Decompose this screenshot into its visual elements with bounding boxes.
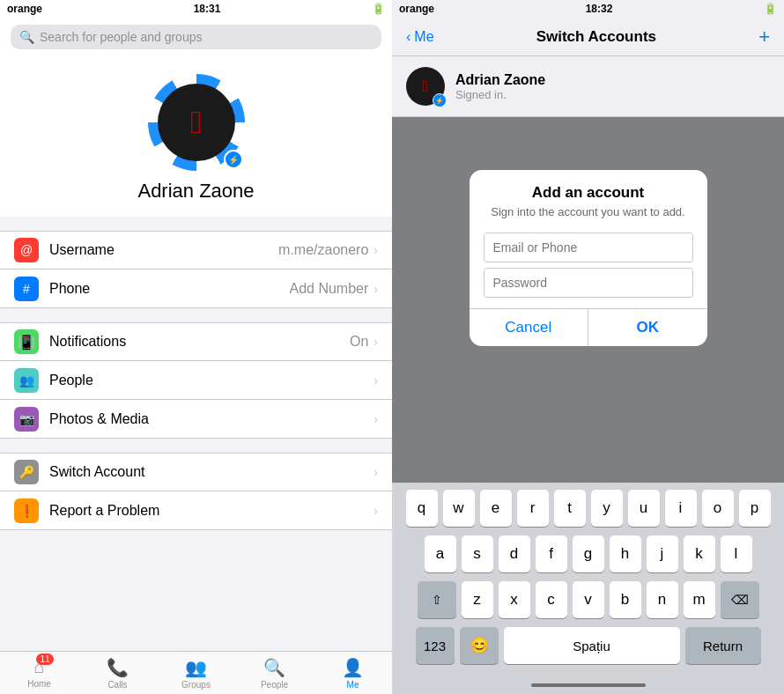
avatar-inner:  <box>158 84 235 161</box>
photos-icon: 📷 <box>14 407 39 432</box>
num-key[interactable]: 123 <box>416 627 455 664</box>
keyboard-row-2: a s d f g h j k l <box>396 535 780 572</box>
settings-row-switch-account[interactable]: 🔑 Switch Account › <box>0 453 392 491</box>
settings-row-notifications[interactable]: 📳 Notifications On › <box>0 322 392 361</box>
ok-button[interactable]: OK <box>588 309 707 346</box>
phone-chevron: › <box>374 282 378 296</box>
people-label: People <box>49 373 374 388</box>
settings-row-phone[interactable]: # Phone Add Number › <box>0 269 392 308</box>
home-tab-label: Home <box>27 679 51 689</box>
account-row[interactable]:  ⚡ Adrian Zaone Signed in. <box>392 56 784 117</box>
report-label: Report a Problem <box>49 503 374 519</box>
bottom-bar <box>392 676 784 694</box>
key-l[interactable]: l <box>721 535 752 572</box>
key-a[interactable]: a <box>425 535 456 572</box>
key-m[interactable]: m <box>684 581 715 618</box>
key-z[interactable]: z <box>462 581 493 618</box>
calls-tab-label: Calls <box>107 680 127 690</box>
settings-group-1: @ Username m.me/zaonero › # Phone Add Nu… <box>0 231 392 308</box>
key-q[interactable]: q <box>406 490 438 527</box>
key-y[interactable]: y <box>591 490 623 527</box>
keyboard: q w e r t y u i o p a s d f g h j k l ⇧ … <box>392 483 784 676</box>
people-icon: 👥 <box>14 368 39 393</box>
modal-title: Add an account <box>484 184 693 202</box>
key-v[interactable]: v <box>573 581 604 618</box>
add-account-modal: Add an account Sign into the account you… <box>470 170 707 346</box>
cancel-button[interactable]: Cancel <box>470 309 589 346</box>
key-r[interactable]: r <box>517 490 549 527</box>
calls-tab-icon: 📞 <box>107 657 129 678</box>
profile-name: Adrian Zaone <box>137 180 254 203</box>
delete-key[interactable]: ⌫ <box>721 581 759 618</box>
avatar-apple-logo:  <box>190 107 202 138</box>
email-field[interactable] <box>484 233 693 262</box>
key-e[interactable]: e <box>480 490 512 527</box>
nav-title: Switch Accounts <box>536 28 656 46</box>
report-icon: ❗ <box>14 498 39 523</box>
key-p[interactable]: p <box>739 490 771 527</box>
settings-group-2: 📳 Notifications On › 👥 People › 📷 Photos… <box>0 322 392 439</box>
settings-row-username[interactable]: @ Username m.me/zaonero › <box>0 231 392 269</box>
tab-groups[interactable]: 👥 Groups <box>157 652 235 694</box>
phone-value: Add Number <box>290 281 369 297</box>
add-account-button[interactable]: + <box>758 26 770 48</box>
key-n[interactable]: n <box>647 581 678 618</box>
key-x[interactable]: x <box>499 581 530 618</box>
battery-right: 🔋 <box>764 3 777 15</box>
settings-group-3: 🔑 Switch Account › ❗ Report a Problem › <box>0 453 392 530</box>
status-bar-right: orange 18:32 🔋 <box>392 0 784 18</box>
tab-me[interactable]: 👤 Me <box>314 652 392 694</box>
modal-actions: Cancel OK <box>470 308 707 346</box>
account-name: Adrian Zaone <box>455 72 545 88</box>
emoji-key[interactable]: 😊 <box>460 627 499 664</box>
key-h[interactable]: h <box>610 535 641 572</box>
notifications-value: On <box>350 334 368 350</box>
notifications-label: Notifications <box>49 334 350 350</box>
modal-overlay: Add an account Sign into the account you… <box>392 117 784 483</box>
settings-row-report[interactable]: ❗ Report a Problem › <box>0 491 392 530</box>
tab-calls[interactable]: 📞 Calls <box>78 652 157 694</box>
return-key[interactable]: Return <box>685 627 761 664</box>
key-s[interactable]: s <box>462 535 493 572</box>
carrier-right: orange <box>399 3 434 15</box>
time-right: 18:32 <box>586 3 613 15</box>
key-j[interactable]: j <box>647 535 678 572</box>
space-key[interactable]: Spațiu <box>504 627 680 664</box>
photos-chevron: › <box>374 412 378 426</box>
key-c[interactable]: c <box>536 581 567 618</box>
account-avatar-logo:  <box>423 78 429 96</box>
settings-row-people[interactable]: 👥 People › <box>0 361 392 400</box>
home-badge: 11 <box>36 653 53 665</box>
tab-home[interactable]: ⌂ 11 Home <box>0 652 78 694</box>
password-field[interactable] <box>484 268 693 298</box>
account-messenger-badge: ⚡ <box>433 93 447 107</box>
time-left: 18:31 <box>194 3 221 15</box>
modal-header: Add an account Sign into the account you… <box>470 170 707 233</box>
key-t[interactable]: t <box>554 490 586 527</box>
nav-back-button[interactable]: ‹ Me <box>406 29 434 45</box>
username-chevron: › <box>374 243 378 257</box>
shift-key[interactable]: ⇧ <box>418 581 456 618</box>
username-label: Username <box>49 242 278 258</box>
messenger-badge: ⚡ <box>224 150 243 169</box>
search-bar[interactable]: 🔍 Search for people and groups <box>11 25 381 49</box>
tab-people[interactable]: 🔍 People <box>235 652 314 694</box>
username-value: m.me/zaonero <box>278 242 368 258</box>
switch-account-chevron: › <box>374 465 378 479</box>
key-g[interactable]: g <box>573 535 604 572</box>
key-k[interactable]: k <box>684 535 715 572</box>
key-i[interactable]: i <box>665 490 697 527</box>
key-u[interactable]: u <box>628 490 660 527</box>
settings-row-photos[interactable]: 📷 Photos & Media › <box>0 400 392 439</box>
search-placeholder: Search for people and groups <box>40 30 202 44</box>
key-d[interactable]: d <box>499 535 530 572</box>
key-b[interactable]: b <box>610 581 641 618</box>
notifications-icon: 📳 <box>14 329 39 354</box>
key-o[interactable]: o <box>702 490 734 527</box>
notifications-chevron: › <box>374 335 378 349</box>
key-w[interactable]: w <box>443 490 475 527</box>
left-panel: orange 18:31 🔋 🔍 Search for people and g… <box>0 0 392 694</box>
key-f[interactable]: f <box>536 535 567 572</box>
switch-account-label: Switch Account <box>49 464 374 480</box>
keyboard-row-4: 123 😊 Spațiu Return <box>396 627 780 664</box>
